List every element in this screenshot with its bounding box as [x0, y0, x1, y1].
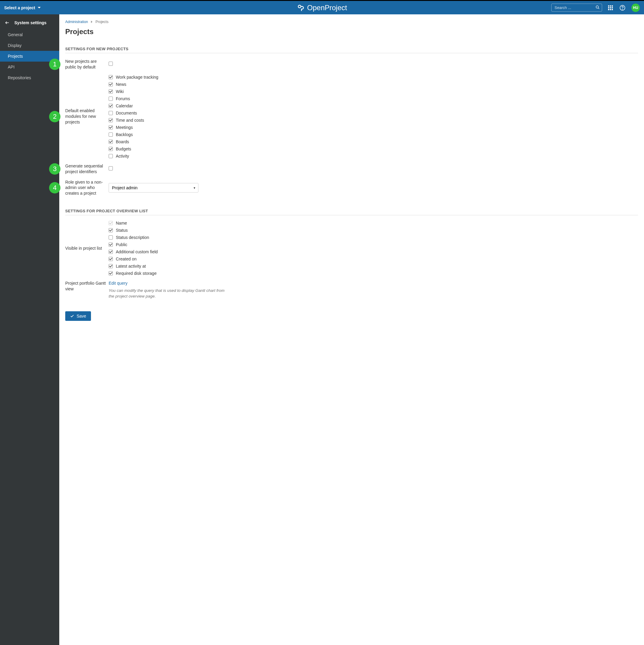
column-row: Latest activity at [109, 264, 638, 268]
module-checkbox[interactable] [109, 147, 113, 151]
module-row: Time and costs [109, 118, 638, 123]
breadcrumb-current: Projects [96, 20, 108, 24]
svg-point-1 [596, 6, 599, 8]
public-default-label: New projects are public by default [65, 59, 109, 70]
column-checkbox[interactable] [109, 257, 113, 261]
section-new-projects-header: SETTINGS FOR NEW PROJECTS [65, 47, 638, 53]
column-label: Name [116, 221, 127, 225]
svg-rect-3 [608, 5, 609, 7]
module-checkbox[interactable] [109, 125, 113, 130]
grid-icon [608, 5, 613, 10]
module-checkbox[interactable] [109, 140, 113, 144]
public-default-checkbox[interactable] [109, 62, 113, 66]
annotation-bubble-3: 3 [49, 163, 60, 175]
annotation-bubble-4: 4 [49, 182, 60, 194]
module-row: Wiki [109, 89, 638, 94]
project-selector[interactable]: Select a project [4, 5, 41, 10]
column-checkbox[interactable] [109, 264, 113, 268]
help-icon [620, 5, 625, 11]
search-icon [596, 5, 600, 9]
module-label: Calendar [116, 103, 133, 108]
breadcrumb: Administration Projects [65, 20, 638, 24]
role-select[interactable]: Project admin [109, 183, 198, 193]
brand-label: OpenProject [307, 4, 347, 12]
sidebar-header: System settings [0, 18, 59, 29]
help-button[interactable] [619, 4, 626, 11]
annotation-bubble-1: 1 [49, 59, 60, 70]
sidebar: System settings GeneralDisplayProjectsAP… [0, 14, 59, 645]
column-row: Name [109, 221, 638, 225]
module-checkbox[interactable] [109, 89, 113, 93]
apps-button[interactable] [608, 5, 614, 11]
save-button[interactable]: Save [65, 311, 91, 321]
module-checkbox[interactable] [109, 111, 113, 115]
role-label: Role given to a non-admin user who creat… [65, 179, 109, 196]
sequential-label: Generate sequential project identifiers [65, 163, 109, 175]
module-label: Backlogs [116, 132, 133, 137]
column-checkbox[interactable] [109, 271, 113, 275]
column-label: Additional custom field [116, 249, 158, 254]
svg-rect-8 [612, 7, 613, 8]
chevron-right-icon [91, 21, 93, 23]
column-label: Created on [116, 257, 137, 261]
column-label: Public [116, 242, 127, 247]
column-label: Status description [116, 235, 149, 240]
column-checkbox[interactable] [109, 242, 113, 247]
module-checkbox[interactable] [109, 82, 113, 86]
sidebar-item-projects[interactable]: Projects [0, 51, 59, 62]
search-input[interactable] [551, 4, 602, 12]
module-row: Budgets [109, 147, 638, 151]
user-avatar[interactable]: HU [631, 4, 640, 12]
svg-rect-4 [610, 5, 611, 7]
edit-query-link[interactable]: Edit query [109, 281, 128, 285]
column-row: Additional custom field [109, 249, 638, 254]
svg-rect-10 [610, 9, 611, 10]
module-row: Work package tracking [109, 75, 638, 79]
module-row: Forums [109, 96, 638, 101]
column-label: Status [116, 228, 128, 233]
module-label: Meetings [116, 125, 133, 130]
column-label: Required disk storage [116, 271, 157, 276]
gantt-help-text: You can modify the query that is used to… [109, 288, 228, 299]
column-checkbox [109, 221, 113, 225]
sidebar-item-general[interactable]: General [0, 29, 59, 40]
svg-rect-9 [608, 9, 609, 10]
column-checkbox[interactable] [109, 250, 113, 254]
brand-logo[interactable]: OpenProject [297, 4, 347, 12]
column-row: Public [109, 242, 638, 247]
topbar: Select a project OpenProject HU [0, 0, 644, 14]
module-checkbox[interactable] [109, 133, 113, 137]
page-title: Projects [65, 27, 638, 36]
sequential-checkbox[interactable] [109, 166, 113, 171]
module-label: News [116, 82, 126, 87]
module-row: Documents [109, 111, 638, 116]
module-label: Activity [116, 154, 129, 159]
column-row: Required disk storage [109, 271, 638, 276]
module-checkbox[interactable] [109, 75, 113, 79]
sidebar-item-display[interactable]: Display [0, 40, 59, 51]
module-row: Calendar [109, 103, 638, 108]
module-label: Budgets [116, 147, 131, 151]
section-overview-header: SETTINGS FOR PROJECT OVERVIEW LIST [65, 209, 638, 215]
search-button[interactable] [595, 4, 600, 11]
back-arrow-icon[interactable] [5, 20, 10, 25]
column-row: Created on [109, 257, 638, 261]
module-checkbox[interactable] [109, 96, 113, 101]
module-checkbox[interactable] [109, 154, 113, 158]
column-checkbox[interactable] [109, 235, 113, 239]
annotation-bubble-2: 2 [49, 111, 60, 122]
breadcrumb-root[interactable]: Administration [65, 20, 88, 24]
module-checkbox[interactable] [109, 104, 113, 108]
module-row: News [109, 82, 638, 87]
module-row: Meetings [109, 125, 638, 130]
main-content: Administration Projects Projects SETTING… [59, 14, 644, 645]
avatar-initials: HU [633, 6, 638, 10]
module-label: Time and costs [116, 118, 144, 123]
openproject-icon [297, 4, 305, 12]
column-checkbox[interactable] [109, 228, 113, 232]
module-checkbox[interactable] [109, 118, 113, 122]
svg-point-13 [622, 9, 623, 9]
svg-rect-7 [610, 7, 611, 8]
sidebar-item-repositories[interactable]: Repositories [0, 72, 59, 83]
module-label: Wiki [116, 89, 124, 94]
